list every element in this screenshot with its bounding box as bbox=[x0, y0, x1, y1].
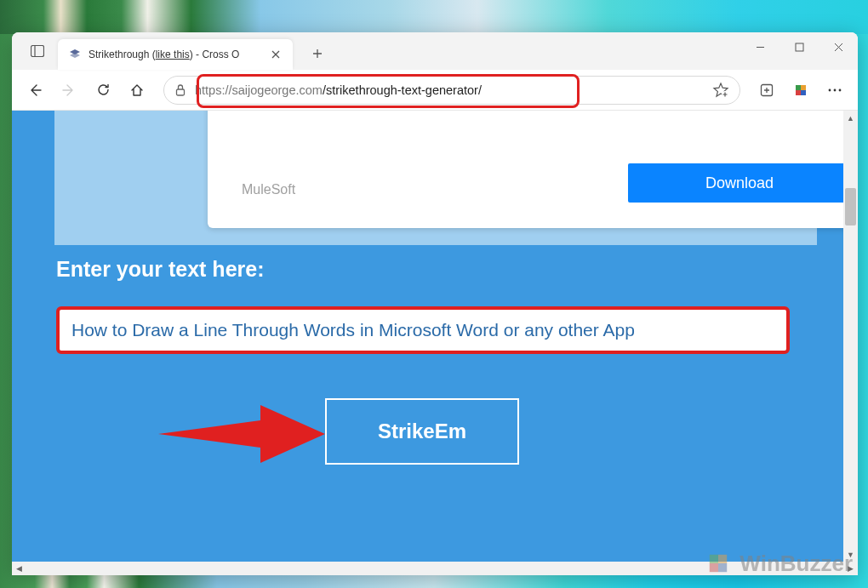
url-text: https://saijogeorge.com/strikethrough-te… bbox=[195, 83, 482, 97]
svg-rect-19 bbox=[796, 90, 801, 95]
tab-close-button[interactable] bbox=[267, 46, 284, 63]
annotation-arrow-icon bbox=[158, 403, 328, 465]
vertical-scrollbar[interactable]: ▲ ▼ bbox=[843, 111, 858, 562]
tab-title: Strikethrough (like this) - Cross O bbox=[89, 49, 264, 60]
favorite-button[interactable] bbox=[712, 82, 729, 99]
svg-rect-20 bbox=[801, 90, 806, 95]
minimize-button[interactable] bbox=[740, 32, 779, 61]
menu-button[interactable] bbox=[820, 76, 849, 105]
home-button[interactable] bbox=[123, 76, 151, 105]
tab-actions-button[interactable] bbox=[17, 32, 58, 70]
refresh-button[interactable] bbox=[89, 76, 117, 105]
svg-rect-18 bbox=[801, 85, 806, 90]
text-input[interactable] bbox=[71, 320, 774, 340]
maximize-button[interactable] bbox=[779, 32, 819, 61]
ad-card: MuleSoft Download bbox=[208, 111, 843, 228]
svg-marker-24 bbox=[158, 405, 325, 463]
browser-tab[interactable]: Strikethrough (like this) - Cross O bbox=[58, 39, 293, 70]
text-input-highlight bbox=[56, 306, 790, 354]
svg-rect-10 bbox=[177, 89, 185, 95]
extension-icon[interactable] bbox=[786, 76, 815, 105]
svg-point-23 bbox=[839, 88, 842, 91]
new-tab-button[interactable] bbox=[303, 39, 332, 68]
close-window-button[interactable] bbox=[819, 32, 858, 61]
back-button[interactable] bbox=[20, 76, 49, 105]
scroll-down-icon[interactable]: ▼ bbox=[843, 547, 858, 562]
tab-favicon-icon bbox=[68, 48, 82, 61]
horizontal-scrollbar[interactable]: ◀ ▶ bbox=[12, 562, 858, 575]
svg-rect-7 bbox=[796, 43, 803, 51]
window-controls bbox=[740, 32, 858, 61]
input-label: Enter your text here: bbox=[56, 257, 265, 282]
scroll-right-icon[interactable]: ▶ bbox=[843, 562, 858, 575]
lock-icon bbox=[174, 83, 186, 97]
collections-button[interactable] bbox=[752, 76, 781, 105]
scroll-left-icon[interactable]: ◀ bbox=[12, 562, 26, 575]
webpage: MuleSoft Download Enter your text here: … bbox=[12, 111, 843, 562]
svg-point-22 bbox=[834, 88, 837, 91]
svg-rect-0 bbox=[31, 46, 44, 57]
svg-rect-17 bbox=[796, 85, 801, 90]
scrollbar-thumb[interactable] bbox=[845, 188, 856, 225]
scroll-up-icon[interactable]: ▲ bbox=[843, 111, 858, 125]
ad-container: MuleSoft Download bbox=[54, 111, 817, 245]
titlebar: Strikethrough (like this) - Cross O bbox=[12, 32, 858, 70]
strikeem-button[interactable]: StrikeEm bbox=[325, 398, 519, 465]
address-bar[interactable]: https://saijogeorge.com/strikethrough-te… bbox=[163, 76, 740, 105]
ad-brand-label: MuleSoft bbox=[242, 182, 295, 197]
browser-window: Strikethrough (like this) - Cross O bbox=[12, 32, 858, 575]
forward-button[interactable] bbox=[54, 76, 83, 105]
toolbar: https://saijogeorge.com/strikethrough-te… bbox=[12, 70, 858, 111]
svg-point-21 bbox=[829, 88, 831, 91]
content-area: MuleSoft Download Enter your text here: … bbox=[12, 111, 858, 575]
ad-download-button[interactable]: Download bbox=[628, 163, 843, 203]
